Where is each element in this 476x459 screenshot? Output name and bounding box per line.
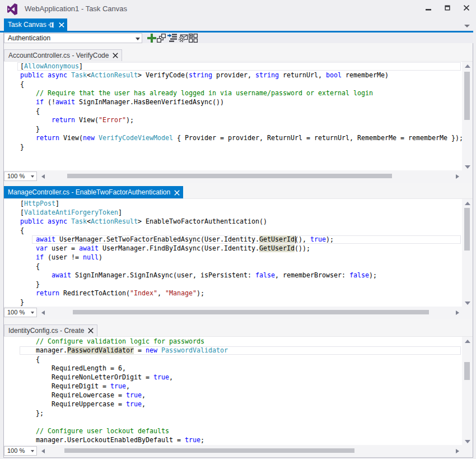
code-token: < [87,217,91,225]
code-line: RequireUppercase = true, [4,400,462,409]
scroll-down-arrow-icon[interactable] [465,302,470,305]
insert-into-list-icon[interactable] [167,33,178,43]
code-token: ()); [295,244,310,252]
code-line: [HttpPost] [4,199,462,208]
close-button[interactable] [457,0,476,16]
code-line: RequiredLength = 6, [4,364,462,373]
title-bar: WebApplication1 - Task Canvas [0,0,476,18]
code-token: null [83,253,99,261]
code-line: // Configure validation logic for passwo… [4,337,462,346]
profile-combobox[interactable]: Authentication [4,33,142,43]
minimize-button[interactable] [419,0,438,16]
fragment-tab[interactable]: IdentityConfig.cs - Create [4,324,97,337]
tab-task-canvas[interactable]: Task Canvas [4,18,67,31]
scroll-up-arrow-icon[interactable] [465,202,470,205]
code-token: { [4,80,24,88]
close-icon[interactable] [88,328,94,333]
code-line: return RedirectToAction("Index", "Manage… [4,289,462,298]
code-editor[interactable]: // Configure validation logic for passwo… [4,337,462,445]
scroll-up-arrow-icon[interactable] [465,64,470,68]
maximize-button[interactable] [438,0,457,16]
close-icon[interactable] [174,190,180,196]
tile-grid-icon[interactable] [188,33,198,43]
code-token: true [126,391,142,399]
code-token: Task [71,71,87,79]
code-line: // Configure user lockout defaults [4,426,462,435]
code-token: UserManager.SetTwoFactorEnabledAsync(Use… [55,235,259,243]
code-token [4,271,52,279]
horizontal-scroll-thumb[interactable] [67,174,392,178]
code-token: [ [4,200,24,207]
code-line: { [4,106,462,115]
code-token: public [20,71,44,79]
scroll-right-arrow-icon[interactable] [456,449,459,453]
scroll-left-arrow-icon[interactable] [41,449,45,453]
scroll-left-arrow-icon[interactable] [41,310,45,315]
scroll-right-arrow-icon[interactable] [456,174,459,179]
code-token [95,134,99,142]
code-token: , [142,400,146,408]
code-token [44,217,48,225]
code-token [4,98,36,106]
vertical-scrollbar[interactable] [462,62,473,170]
vertical-scroll-thumb[interactable] [464,208,470,251]
cascade-windows-icon[interactable] [156,33,166,43]
code-token: , [157,289,165,297]
highlighted-reference: GetUserId [259,235,295,243]
zoom-combobox[interactable]: 100 % [4,446,37,456]
code-token: "Manage" [165,289,197,297]
code-token: RequireNonLetterOrDigit = [4,373,153,381]
code-token: ] [79,62,83,70]
fragment-tab[interactable]: AccountController.cs - VerifyCode [4,49,122,62]
code-line: return View("Error"); [4,115,462,124]
code-token: if [36,253,44,261]
code-line: await UserManager.SetTwoFactorEnabledAsy… [4,235,462,244]
horizontal-scroll-thumb[interactable] [73,310,429,314]
code-editor[interactable]: [HttpPost] [ValidateAntiForgeryToken] pu… [4,199,462,307]
code-token: } [4,125,40,133]
code-token: string [255,71,279,79]
scroll-right-arrow-icon[interactable] [456,310,459,315]
vertical-scrollbar[interactable] [462,337,473,445]
code-token: ); [326,235,334,243]
vertical-scroll-thumb[interactable] [464,72,470,120]
chevron-down-icon[interactable] [464,25,470,27]
code-line: public async Task<ActionResult> VerifyCo… [4,71,462,80]
zoom-combobox[interactable]: 100 % [4,171,37,181]
code-token: SignInManager.SignInAsync(user, isPersis… [71,271,255,279]
code-line: var user = await UserManager.FindByIdAsy… [4,244,462,253]
code-token: new [83,134,95,142]
horizontal-scroll-thumb[interactable] [64,448,354,453]
code-token: { [4,107,40,115]
vertical-scroll-thumb[interactable] [464,362,470,380]
mail-at-icon[interactable] [179,33,189,43]
code-token [4,289,36,297]
zoom-combobox[interactable]: 100 % [4,308,37,317]
code-token: AllowAnonymous [24,62,79,70]
close-icon[interactable] [113,53,118,58]
close-icon[interactable] [59,22,64,27]
code-line: [AllowAnonymous] [4,62,462,71]
code-token: false [349,271,369,279]
code-token: true [185,436,200,444]
code-line: { [4,355,462,364]
scroll-down-arrow-icon[interactable] [465,440,470,443]
code-editor[interactable]: [AllowAnonymous] public async Task<Actio… [4,62,462,170]
code-token: // Require that the user has already log… [4,89,373,97]
fragment-tab[interactable]: ManageController.cs - EnableTwoFactorAut… [4,186,183,199]
code-token: returnUrl, [279,71,326,79]
code-token: > EnableTwoFactorAuthentication() [138,217,267,225]
code-token [67,217,71,225]
window-title: WebApplication1 - Task Canvas [25,4,127,13]
code-token: VerifyCodeViewModel [99,134,173,142]
scroll-left-arrow-icon[interactable] [41,174,45,179]
document-tab-row: Task Canvas [0,18,476,33]
code-token: > VerifyCode( [138,71,189,79]
add-icon[interactable] [147,33,157,43]
scroll-down-arrow-icon[interactable] [465,165,470,169]
code-token: ActionResult [91,217,138,225]
scroll-up-arrow-icon[interactable] [465,340,470,343]
vertical-scrollbar[interactable] [462,199,473,307]
pin-icon[interactable] [48,22,54,28]
code-token: [ [4,62,24,70]
